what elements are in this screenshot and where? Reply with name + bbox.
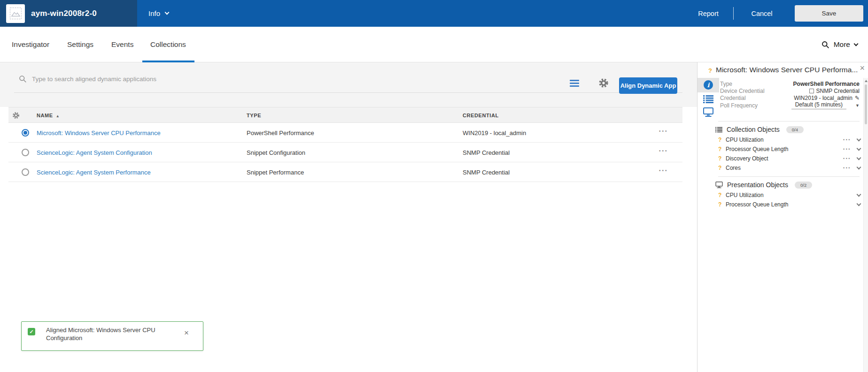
settings-gear-icon[interactable] [598, 78, 609, 90]
info-dropdown[interactable]: Info [148, 0, 169, 27]
device-header: aym-win2008r2-0 [0, 0, 137, 27]
edit-credential-icon[interactable]: ✎ [855, 95, 860, 101]
sort-asc-icon: ▲ [56, 114, 60, 118]
row-radio-selected[interactable] [22, 129, 29, 137]
chevron-down-icon[interactable] [857, 146, 861, 151]
collection-objects-header: Collection Objects 0/4 [715, 124, 804, 135]
chevron-down-icon[interactable] [857, 192, 861, 197]
success-check-icon: ✓ [28, 328, 35, 335]
align-dynamic-app-button[interactable]: Align Dynamic App [619, 77, 677, 94]
device-image-placeholder [6, 4, 25, 23]
field-label-type: Type [720, 81, 732, 87]
row-type: Snippet Configuration [247, 149, 305, 156]
top-bar: aym-win2008r2-0 Info Report Cancel Save [0, 0, 868, 27]
row-radio[interactable] [22, 149, 29, 156]
main-content: Align Dynamic App NAME▲ TYPE CREDENTIAL … [0, 62, 697, 372]
table-header: NAME▲ TYPE CREDENTIAL [8, 107, 682, 123]
row-radio[interactable] [22, 168, 29, 176]
search-icon [19, 75, 27, 83]
presentation-object-row: ? Processor Queue Length [718, 200, 860, 209]
collection-objects-title: Collection Objects [727, 126, 780, 133]
question-status-icon: ? [718, 201, 726, 208]
presentation-objects-header: Presentation Objects 0/2 [715, 180, 812, 190]
field-value-credential: WIN2019 - local_admin [794, 95, 852, 101]
dynamic-app-link[interactable]: Microsoft: Windows Server CPU Performanc… [37, 129, 161, 137]
device-name: aym-win2008r2-0 [31, 9, 97, 18]
row-actions-icon[interactable]: ••• [659, 168, 668, 173]
question-status-icon: ? [718, 165, 726, 171]
panel-close-icon[interactable]: × [860, 63, 865, 73]
chevron-down-icon[interactable] [857, 137, 861, 142]
table-row: Microsoft: Windows Server CPU Performanc… [8, 123, 682, 143]
chevron-down-icon[interactable] [857, 156, 861, 160]
collection-object-row: ? CPU Utilization ••• [718, 136, 860, 144]
search-input[interactable] [32, 76, 417, 83]
object-actions-icon[interactable]: ••• [843, 166, 851, 170]
question-status-icon: ? [718, 146, 726, 152]
row-credential: WIN2019 - local_admin [463, 129, 526, 137]
chevron-down-icon[interactable] [857, 202, 861, 206]
field-value-type: PowerShell Performance [793, 81, 860, 87]
panel-title: Microsoft: Windows Server CPU Performa..… [716, 66, 858, 74]
field-label-poll-frequency: Poll Frequency [720, 102, 758, 109]
app-status-question-icon: ? [708, 67, 712, 74]
presentation-objects-title: Presentation Objects [727, 181, 788, 189]
info-dropdown-label: Info [148, 9, 160, 17]
row-actions-icon[interactable]: ••• [659, 148, 668, 153]
report-button[interactable]: Report [693, 0, 723, 27]
more-menu-label: More [834, 40, 850, 49]
toast-message: Aligned Microsoft: Windows Server CPU Co… [46, 326, 167, 342]
presentation-object-label: CPU Utilization [726, 192, 764, 198]
scrollbar-thumb[interactable] [865, 84, 867, 124]
chevron-down-icon [854, 41, 859, 46]
dynamic-app-link[interactable]: ScienceLogic: Agent System Performance [37, 169, 151, 176]
tab-investigator[interactable]: Investigator [12, 27, 49, 62]
collection-object-row: ? Discovery Object ••• [718, 154, 860, 163]
poll-frequency-select[interactable]: Default (5 minutes) [791, 101, 846, 109]
search-underline [14, 92, 682, 93]
collection-object-row: ? Cores ••• [718, 164, 860, 172]
row-type: PowerShell Performance [247, 129, 314, 137]
image-placeholder-icon [9, 7, 22, 20]
save-button[interactable]: Save [795, 5, 863, 22]
tab-settings[interactable]: Settings [67, 27, 93, 62]
collection-object-label: Processor Queue Length [726, 146, 788, 152]
chevron-down-icon[interactable] [857, 165, 861, 170]
object-actions-icon[interactable]: ••• [843, 137, 851, 142]
collection-objects-tab-icon[interactable] [703, 95, 713, 105]
panel-divider [718, 121, 860, 121]
object-actions-icon[interactable]: ••• [843, 147, 851, 152]
row-credential: SNMP Credential [463, 149, 510, 156]
column-header-credential[interactable]: CREDENTIAL [463, 113, 499, 118]
toast-close-icon[interactable]: × [184, 328, 189, 338]
row-credential: SNMP Credential [463, 169, 510, 176]
info-tab-icon[interactable]: i [704, 80, 713, 90]
field-label-credential: Credential [720, 95, 746, 101]
search-icon [822, 41, 829, 49]
field-value-device-credential: SNMP Credential [816, 88, 860, 94]
more-menu[interactable]: More [822, 27, 858, 62]
snmp-credential-checkbox[interactable] [809, 89, 814, 93]
dynamic-app-detail-panel: ? Microsoft: Windows Server CPU Performa… [697, 62, 868, 372]
panel-scrollbar[interactable] [863, 78, 868, 372]
collection-objects-badge: 0/4 [786, 126, 804, 133]
collection-object-label: CPU Utilization [726, 137, 764, 143]
cancel-button[interactable]: Cancel [747, 0, 777, 27]
dynamic-app-link[interactable]: ScienceLogic: Agent System Configuration [37, 149, 152, 156]
column-settings-gear-icon[interactable] [12, 112, 20, 120]
panel-divider [718, 176, 860, 177]
collection-objects-icon [715, 127, 722, 133]
column-header-name[interactable]: NAME▲ [37, 113, 60, 118]
scroll-up-icon[interactable] [865, 80, 868, 82]
chevron-down-icon [165, 10, 170, 15]
presentation-objects-tab-icon[interactable] [703, 107, 713, 119]
tab-events[interactable]: Events [111, 27, 133, 62]
list-view-toggle[interactable] [570, 80, 579, 87]
column-header-type[interactable]: TYPE [247, 113, 261, 118]
object-actions-icon[interactable]: ••• [843, 156, 851, 161]
row-actions-icon[interactable]: ••• [659, 129, 668, 134]
presentation-objects-badge: 0/2 [795, 182, 812, 189]
collection-object-label: Cores [726, 165, 741, 171]
tab-collections[interactable]: Collections [150, 27, 186, 62]
table-row: ScienceLogic: Agent System Configuration… [8, 143, 682, 162]
